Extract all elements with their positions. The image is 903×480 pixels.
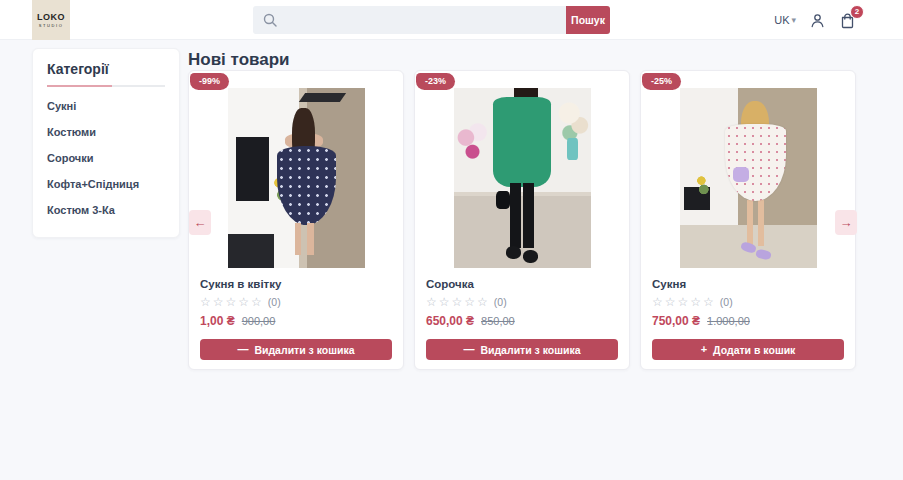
cart-button[interactable]: 2 bbox=[839, 12, 856, 29]
rating: ☆ ☆ ☆ ☆ ☆ (0) bbox=[200, 296, 392, 308]
star-icon: ☆ bbox=[703, 296, 714, 308]
page-title: Нові товари bbox=[188, 50, 290, 70]
user-icon bbox=[809, 12, 826, 29]
logo-text: LOKO bbox=[37, 12, 65, 22]
rating-count: (0) bbox=[720, 296, 733, 308]
button-label: Додати в кошик bbox=[713, 344, 795, 356]
remove-from-cart-button[interactable]: — Видалити з кошика bbox=[426, 339, 618, 360]
title-underline bbox=[47, 85, 165, 87]
product-name[interactable]: Сукня в квітку bbox=[200, 278, 392, 290]
language-selector[interactable]: UK ▾ bbox=[774, 14, 796, 26]
chevron-down-icon: ▾ bbox=[791, 15, 796, 25]
old-price: 850,00 bbox=[481, 315, 515, 327]
star-icon: ☆ bbox=[238, 296, 249, 308]
product-name[interactable]: Сукня bbox=[652, 278, 844, 290]
remove-from-cart-button[interactable]: — Видалити з кошика bbox=[200, 339, 392, 360]
product-card: -99% Сукня в квітку ☆ ☆ ☆ ☆ ☆ bbox=[188, 70, 404, 370]
star-icon: ☆ bbox=[678, 296, 689, 308]
sidebar-item-shirts[interactable]: Сорочки bbox=[47, 145, 165, 171]
categories-panel: Категорії Сукні Костюми Сорочки Кофта+Сп… bbox=[32, 48, 180, 238]
language-label: UK bbox=[774, 14, 789, 26]
minus-icon: — bbox=[237, 344, 248, 355]
minus-icon: — bbox=[463, 344, 474, 355]
current-price: 650,00 ₴ bbox=[426, 314, 474, 328]
sidebar-item-sweater-skirt[interactable]: Кофта+Спідниця bbox=[47, 171, 165, 197]
button-label: Видалити з кошика bbox=[480, 344, 580, 356]
button-label: Видалити з кошика bbox=[254, 344, 354, 356]
plus-icon: + bbox=[701, 344, 707, 355]
product-name[interactable]: Сорочка bbox=[426, 278, 618, 290]
header: LOKO STUDIO Пошук UK ▾ bbox=[0, 0, 903, 40]
product-card: -23% Сорочка ☆ ☆ ☆ ☆ bbox=[414, 70, 630, 370]
cart-count-badge: 2 bbox=[850, 5, 864, 19]
carousel-prev-button[interactable]: ← bbox=[189, 210, 211, 235]
logo-subtext: STUDIO bbox=[39, 23, 64, 28]
add-to-cart-button[interactable]: + Додати в кошик bbox=[652, 339, 844, 360]
search-icon bbox=[262, 12, 278, 28]
star-icon: ☆ bbox=[251, 296, 262, 308]
star-icon: ☆ bbox=[464, 296, 475, 308]
product-photo[interactable] bbox=[680, 88, 817, 268]
product-photo[interactable] bbox=[454, 88, 591, 268]
search-form: Пошук bbox=[253, 6, 610, 34]
star-icon: ☆ bbox=[226, 296, 237, 308]
old-price: 1.000,00 bbox=[707, 315, 750, 327]
carousel-next-button[interactable]: → bbox=[835, 210, 857, 235]
star-icon: ☆ bbox=[652, 296, 663, 308]
rating-count: (0) bbox=[494, 296, 507, 308]
header-controls: UK ▾ 2 bbox=[774, 0, 856, 40]
rating: ☆ ☆ ☆ ☆ ☆ (0) bbox=[652, 296, 844, 308]
product-photo[interactable] bbox=[228, 88, 365, 268]
current-price: 750,00 ₴ bbox=[652, 314, 700, 328]
product-card: -25% Сукня ☆ ☆ ☆ ☆ ☆ bbox=[640, 70, 856, 370]
discount-badge: -23% bbox=[416, 73, 455, 90]
sidebar-item-dresses[interactable]: Сукні bbox=[47, 93, 165, 119]
star-icon: ☆ bbox=[477, 296, 488, 308]
prices: 1,00 ₴ 900,00 bbox=[200, 314, 392, 328]
star-icon: ☆ bbox=[665, 296, 676, 308]
new-products-carousel: -99% Сукня в квітку ☆ ☆ ☆ ☆ ☆ bbox=[188, 70, 858, 370]
sidebar-item-suit-3pc[interactable]: Костюм 3-Ка bbox=[47, 197, 165, 223]
prices: 650,00 ₴ 850,00 bbox=[426, 314, 618, 328]
search-input[interactable] bbox=[253, 6, 566, 34]
star-icon: ☆ bbox=[690, 296, 701, 308]
current-price: 1,00 ₴ bbox=[200, 314, 235, 328]
logo[interactable]: LOKO STUDIO bbox=[32, 0, 70, 40]
star-icon: ☆ bbox=[426, 296, 437, 308]
rating-count: (0) bbox=[268, 296, 281, 308]
star-icon: ☆ bbox=[452, 296, 463, 308]
old-price: 900,00 bbox=[242, 315, 276, 327]
star-icon: ☆ bbox=[200, 296, 211, 308]
search-button[interactable]: Пошук bbox=[566, 6, 610, 34]
prices: 750,00 ₴ 1.000,00 bbox=[652, 314, 844, 328]
rating: ☆ ☆ ☆ ☆ ☆ (0) bbox=[426, 296, 618, 308]
categories-title: Категорії bbox=[47, 61, 165, 85]
discount-badge: -99% bbox=[190, 73, 229, 90]
star-icon: ☆ bbox=[213, 296, 224, 308]
sidebar-item-suits[interactable]: Костюми bbox=[47, 119, 165, 145]
discount-badge: -25% bbox=[642, 73, 681, 90]
arrow-right-icon: → bbox=[840, 215, 853, 230]
arrow-left-icon: ← bbox=[194, 215, 207, 230]
star-icon: ☆ bbox=[439, 296, 450, 308]
account-button[interactable] bbox=[809, 12, 826, 29]
